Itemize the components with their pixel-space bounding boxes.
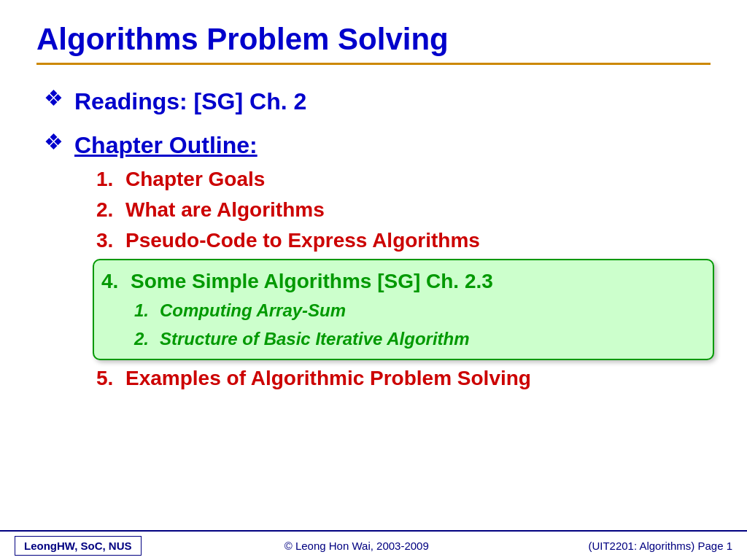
outline-list: 1. Chapter Goals 2. What are Algorithms … xyxy=(96,164,711,394)
outline-item-3: 3. Pseudo-Code to Express Algorithms xyxy=(96,225,711,256)
outline-item-1: 1. Chapter Goals xyxy=(96,164,711,195)
sub-item-2: 2. Structure of Basic Iterative Algorith… xyxy=(134,325,702,353)
sub-list: 1. Computing Array-Sum 2. Structure of B… xyxy=(134,297,702,353)
outline-item-2: 2. What are Algorithms xyxy=(96,195,711,225)
outline-num-1: 1. xyxy=(96,164,125,195)
outline-num-2: 2. xyxy=(96,195,125,225)
sub-text-2: Structure of Basic Iterative Algorithm xyxy=(160,325,470,353)
readings-bullet: ❖ Readings: [SG] Ch. 2 xyxy=(44,87,711,117)
slide-container: Algorithms Problem Solving ❖ Readings: [… xyxy=(0,0,747,560)
highlighted-text-4: Some Simple Algorithms [SG] Ch. 2.3 xyxy=(131,266,493,297)
title-underline xyxy=(36,63,711,65)
outline-item-5: 5. Examples of Algorithmic Problem Solvi… xyxy=(96,363,711,394)
sub-text-1: Computing Array-Sum xyxy=(160,297,346,324)
highlighted-item-4: 4. Some Simple Algorithms [SG] Ch. 2.3 xyxy=(101,266,702,297)
diamond-icon-1: ❖ xyxy=(44,85,63,112)
highlighted-box: 4. Some Simple Algorithms [SG] Ch. 2.3 1… xyxy=(93,259,714,360)
footer-left: LeongHW, SoC, NUS xyxy=(15,536,142,556)
outline-text-1: Chapter Goals xyxy=(125,164,265,195)
chapter-outline-bullet: ❖ Chapter Outline: 1. Chapter Goals 2. W… xyxy=(44,131,711,394)
readings-text: Readings: [SG] Ch. 2 xyxy=(74,87,306,117)
outline-text-2: What are Algorithms xyxy=(125,195,325,225)
slide-title: Algorithms Problem Solving xyxy=(36,22,711,57)
outline-num-3: 3. xyxy=(96,225,125,256)
footer-right: (UIT2201: Algorithms) Page 1 xyxy=(572,540,732,552)
footer: LeongHW, SoC, NUS © Leong Hon Wai, 2003-… xyxy=(0,530,747,560)
chapter-outline-label: Chapter Outline: xyxy=(74,132,258,158)
diamond-icon-2: ❖ xyxy=(44,129,63,155)
sub-item-1: 1. Computing Array-Sum xyxy=(134,297,702,324)
outline-num-5: 5. xyxy=(96,363,125,394)
content-area: ❖ Readings: [SG] Ch. 2 ❖ Chapter Outline… xyxy=(36,87,711,394)
outline-content: Chapter Outline: 1. Chapter Goals 2. Wha… xyxy=(74,131,711,394)
footer-center: © Leong Hon Wai, 2003-2009 xyxy=(142,540,573,552)
outline-text-3: Pseudo-Code to Express Algorithms xyxy=(125,225,480,256)
sub-num-2: 2. xyxy=(134,325,160,353)
outline-text-5: Examples of Algorithmic Problem Solving xyxy=(125,363,531,394)
highlighted-num-4: 4. xyxy=(101,266,131,297)
sub-num-1: 1. xyxy=(134,297,160,324)
